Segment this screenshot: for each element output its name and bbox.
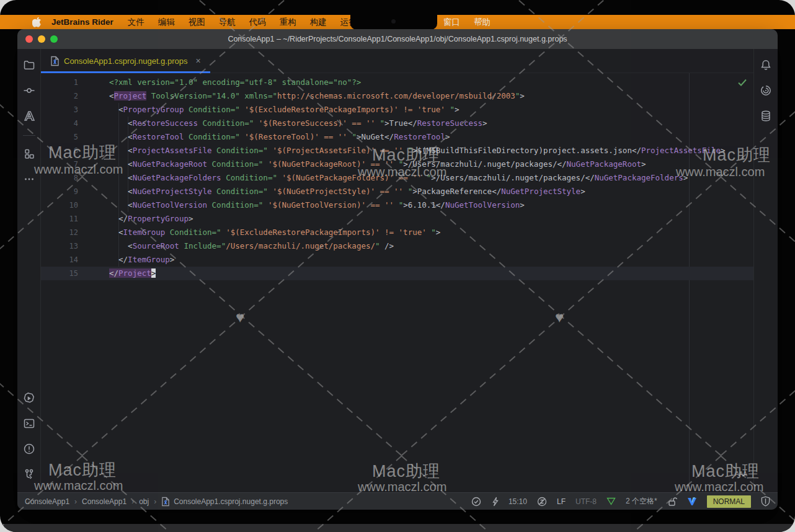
menu-item[interactable]: 帮助: [474, 17, 491, 28]
ai-assistant-icon[interactable]: [758, 83, 773, 98]
git-branch-icon[interactable]: [22, 467, 37, 482]
code-line[interactable]: 10 <NuGetToolVersion Condition=" '$(NuGe…: [41, 198, 753, 212]
breadcrumb-item[interactable]: ConsoleApp1: [25, 497, 69, 506]
terminal-icon[interactable]: [22, 416, 37, 431]
line-number[interactable]: 15: [41, 267, 92, 280]
line-number[interactable]: 11: [41, 212, 92, 226]
notifications-bell-icon[interactable]: [758, 58, 773, 73]
line-number[interactable]: 6: [41, 144, 92, 157]
menu-item[interactable]: 导航: [219, 17, 236, 28]
triangle-down-icon[interactable]: [606, 497, 616, 505]
run-icon[interactable]: [22, 391, 37, 406]
commit-icon[interactable]: [22, 83, 37, 98]
code-text: </PropertyGroup>: [92, 212, 193, 226]
code-line[interactable]: 5 <RestoreTool Condition=" '$(RestoreToo…: [41, 130, 753, 144]
zoom-window-button[interactable]: [50, 35, 58, 43]
breadcrumb-separator: ›: [131, 497, 134, 506]
mac-screen: JetBrains Rider 文件编辑视图导航代码重构构建运行 窗口帮助 Co…: [0, 0, 795, 532]
more-tools-icon[interactable]: [22, 172, 37, 187]
strip-divider: [23, 135, 35, 136]
code-line[interactable]: 2<Project ToolsVersion="14.0" xmlns="htt…: [41, 89, 753, 103]
line-number[interactable]: 1: [41, 76, 92, 89]
code-text: <RestoreTool Condition=" '$(RestoreTool)…: [92, 130, 450, 144]
line-number[interactable]: 14: [41, 253, 92, 267]
line-number[interactable]: 4: [41, 117, 92, 130]
code-text: </ItemGroup>: [92, 253, 174, 267]
code-line[interactable]: 3 <PropertyGroup Condition=" '$(ExcludeR…: [41, 103, 753, 117]
breadcrumb-file[interactable]: ConsoleApp1.csproj.nuget.g.props: [161, 497, 288, 507]
inspections-ok-icon[interactable]: [471, 497, 481, 507]
apple-menu-icon[interactable]: [32, 17, 42, 27]
ideavim-icon[interactable]: [687, 497, 697, 506]
problems-icon[interactable]: [22, 441, 37, 456]
breadcrumb-item[interactable]: obj: [139, 497, 149, 506]
menu-items-right: 窗口帮助: [437, 15, 497, 29]
letter-a-icon[interactable]: [22, 109, 37, 123]
indent-setting[interactable]: 2 个空格*: [626, 496, 657, 507]
code-text: <Project ToolsVersion="14.0" xmlns="http…: [92, 89, 525, 103]
power-lightning-icon[interactable]: [491, 497, 499, 507]
code-line[interactable]: 8 <NuGetPackageFolders Condition=" '$(Nu…: [41, 171, 753, 185]
project-folder-icon[interactable]: [22, 58, 37, 73]
caret-position[interactable]: 15:10: [509, 497, 527, 506]
inspection-clean-check-icon[interactable]: [737, 78, 747, 87]
code-text: <NuGetPackageRoot Condition=" '$(NuGetPa…: [92, 157, 646, 171]
code-text: <?xml version="1.0" encoding="utf-8" sta…: [92, 76, 361, 89]
props-file-icon: [50, 56, 60, 66]
breadcrumb-item[interactable]: ConsoleApp1: [82, 497, 127, 506]
file-encoding[interactable]: UTF-8: [575, 497, 597, 506]
menu-item[interactable]: 窗口: [443, 17, 460, 28]
code-text: <ItemGroup Condition=" '$(ExcludeRestore…: [92, 226, 440, 239]
unlocked-icon[interactable]: [667, 497, 677, 507]
tab-consoleapp1-props[interactable]: ConsoleApp1.csproj.nuget.g.props ×: [41, 49, 210, 73]
menu-item[interactable]: 文件: [128, 17, 144, 28]
code-line[interactable]: 14 </ItemGroup>: [41, 253, 753, 267]
code-line[interactable]: 12 <ItemGroup Condition=" '$(ExcludeRest…: [41, 226, 753, 239]
menu-item[interactable]: 重构: [280, 17, 296, 28]
menu-item[interactable]: 编辑: [158, 17, 175, 28]
line-number[interactable]: 12: [41, 226, 92, 239]
code-line[interactable]: 1<?xml version="1.0" encoding="utf-8" st…: [41, 76, 753, 89]
right-tool-strip: [753, 49, 778, 492]
breadcrumb-separator: ›: [154, 497, 156, 506]
line-number[interactable]: 2: [41, 89, 92, 103]
code-text: <SourceRoot Include="/Users/maczhuli/.nu…: [92, 239, 394, 253]
breadcrumb-separator: ›: [74, 497, 77, 506]
editor-tab-bar: ConsoleApp1.csproj.nuget.g.props ×: [41, 49, 753, 73]
code-text: <NuGetProjectStyle Condition=" '$(NuGetP…: [92, 185, 585, 198]
code-line[interactable]: 6 <ProjectAssetsFile Condition=" '$(Proj…: [41, 144, 753, 157]
close-window-button[interactable]: [25, 35, 33, 43]
minimize-window-button[interactable]: [38, 35, 45, 43]
camera-dot: [391, 19, 396, 24]
structure-icon[interactable]: [22, 146, 37, 161]
shield-icon[interactable]: [761, 496, 770, 507]
line-number[interactable]: 9: [41, 185, 92, 198]
line-separator[interactable]: LF: [557, 497, 566, 506]
code-line[interactable]: 11 </PropertyGroup>: [41, 212, 753, 226]
code-line[interactable]: 9 <NuGetProjectStyle Condition=" '$(NuGe…: [41, 185, 753, 198]
code-text: <ProjectAssetsFile Condition=" '$(Projec…: [92, 144, 725, 157]
menu-app-name[interactable]: JetBrains Rider: [51, 17, 113, 27]
z-crossed-icon[interactable]: [537, 497, 547, 507]
code-line[interactable]: 7 <NuGetPackageRoot Condition=" '$(NuGet…: [41, 157, 753, 171]
code-text: <NuGetPackageFolders Condition=" '$(NuGe…: [92, 171, 688, 185]
breadcrumbs: ConsoleApp1›ConsoleApp1›obj› ConsoleApp1…: [25, 497, 288, 507]
line-number[interactable]: 7: [41, 157, 92, 171]
code-line[interactable]: 4 <RestoreSuccess Condition=" '$(Restore…: [41, 117, 753, 130]
code-editor[interactable]: 1<?xml version="1.0" encoding="utf-8" st…: [41, 73, 753, 492]
line-number[interactable]: 13: [41, 239, 92, 253]
code-line[interactable]: 15</Project>: [41, 267, 753, 280]
menu-item[interactable]: 代码: [249, 17, 266, 28]
database-icon[interactable]: [758, 109, 773, 123]
vim-mode-badge[interactable]: NORMAL: [707, 495, 751, 508]
line-number[interactable]: 8: [41, 171, 92, 185]
menu-item[interactable]: 视图: [189, 17, 205, 28]
line-number[interactable]: 3: [41, 103, 92, 117]
props-file-icon: [161, 497, 170, 507]
window-title-bar[interactable]: ConsoleApp1 – ~/RiderProjects/ConsoleApp…: [17, 29, 778, 49]
tab-close-icon[interactable]: ×: [195, 56, 200, 66]
menu-item[interactable]: 构建: [310, 17, 327, 28]
line-number[interactable]: 5: [41, 130, 92, 144]
line-number[interactable]: 10: [41, 198, 92, 212]
code-line[interactable]: 13 <SourceRoot Include="/Users/maczhuli/…: [41, 239, 753, 253]
